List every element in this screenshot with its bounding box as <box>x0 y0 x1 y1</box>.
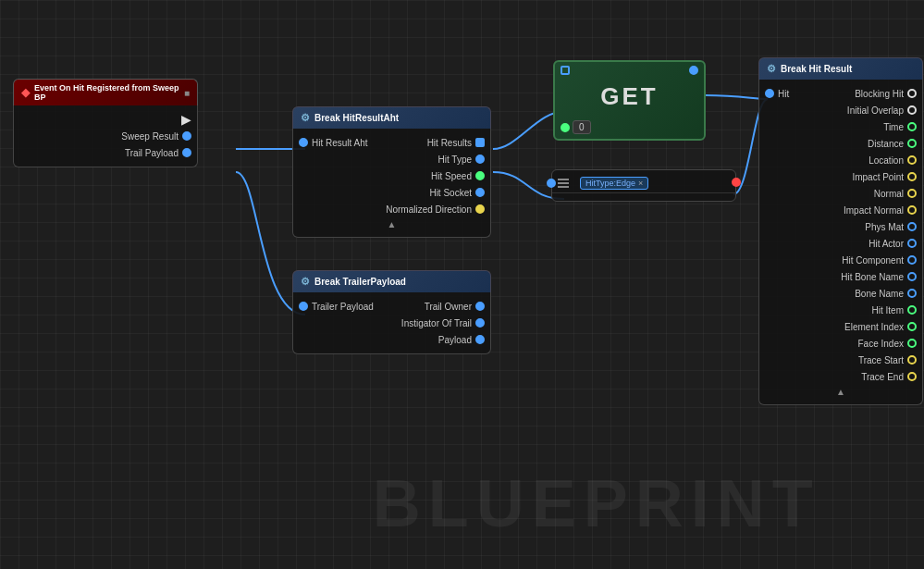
break-result-icon: ⚙ <box>767 63 776 75</box>
hit-results-pin[interactable] <box>475 138 485 147</box>
hit-type-pin[interactable] <box>475 155 485 164</box>
get-out-pin[interactable] <box>689 66 698 75</box>
hittype-tag-label: HitType:Edge <box>585 179 635 188</box>
break-hit-icon: ⚙ <box>301 112 310 124</box>
hittype-tag-chip[interactable]: HitType:Edge × <box>580 177 648 190</box>
hittype-out-pin[interactable] <box>732 178 741 187</box>
hit-in-label: Hit <box>778 89 789 99</box>
distance-label: Distance <box>868 139 904 149</box>
hit-socket-label: Hit Socket <box>429 188 472 198</box>
normal-pin[interactable] <box>907 189 917 198</box>
hit-result-aht-label: Hit Result Aht <box>312 138 368 148</box>
trace-end-pin[interactable] <box>907 372 917 381</box>
instigator-trail-label: Instigator Of Trail <box>401 318 472 328</box>
distance-pin[interactable] <box>907 139 917 148</box>
hit-bone-name-pin[interactable] <box>907 272 917 281</box>
hit-actor-pin[interactable] <box>907 239 917 248</box>
normal-label: Normal <box>874 189 904 199</box>
break-hit-title: Break HitResultAht <box>314 113 399 123</box>
node-event-on-hit[interactable]: ◆ Event On Hit Registered from Sweep BP … <box>13 79 198 167</box>
trailer-payload-label: Trailer Payload <box>312 302 374 312</box>
hittype-in-pin[interactable] <box>547 179 556 188</box>
face-index-label: Face Index <box>858 339 904 349</box>
blocking-hit-pin[interactable] <box>907 89 917 98</box>
location-label: Location <box>869 155 904 166</box>
event-node-title: Event On Hit Registered from Sweep BP <box>34 83 179 102</box>
blocking-hit-label: Blocking Hit <box>855 89 904 99</box>
impact-point-pin[interactable] <box>907 172 917 181</box>
event-close-icon[interactable]: ■ <box>184 88 190 98</box>
exec-out-icon: ▶ <box>181 112 191 127</box>
hit-speed-label: Hit Speed <box>431 171 472 181</box>
sweep-result-pin[interactable] <box>182 131 191 141</box>
trailer-payload-pin[interactable] <box>299 302 308 311</box>
trace-start-pin[interactable] <box>907 355 917 365</box>
hit-item-pin[interactable] <box>907 305 917 315</box>
phys-mat-pin[interactable] <box>907 222 917 231</box>
get-text: GET <box>600 82 658 111</box>
break-trailer-icon: ⚙ <box>301 276 310 288</box>
phys-mat-label: Phys Mat <box>865 222 904 232</box>
hittype-tag-x[interactable]: × <box>638 179 643 188</box>
hit-component-label: Hit Component <box>842 255 904 266</box>
impact-normal-label: Impact Normal <box>844 205 904 216</box>
trace-start-label: Trace Start <box>858 355 904 365</box>
hittype-menu-icon <box>558 179 569 188</box>
bone-name-pin[interactable] <box>907 289 917 298</box>
time-label: Time <box>883 122 904 132</box>
get-index-value[interactable]: 0 <box>573 120 591 134</box>
initial-overlap-pin[interactable] <box>907 105 917 115</box>
hit-item-label: Hit Item <box>872 305 904 315</box>
payload-label: Payload <box>438 335 472 345</box>
trail-payload-pin[interactable] <box>182 148 191 157</box>
payload-pin[interactable] <box>475 335 485 344</box>
break-result-collapse-icon[interactable]: ▲ <box>836 387 845 397</box>
instigator-trail-pin[interactable] <box>475 318 485 328</box>
hit-speed-pin[interactable] <box>475 171 485 180</box>
node-break-hit-result[interactable]: ⚙ Break Hit Result Hit Blocking Hit Init… <box>758 57 923 405</box>
node-break-trailer-payload[interactable]: ⚙ Break TrailerPayload Trailer Payload T… <box>292 270 491 354</box>
hit-results-label: Hit Results <box>427 138 472 148</box>
trace-end-label: Trace End <box>861 372 904 382</box>
normalized-direction-pin[interactable] <box>475 204 485 214</box>
hit-bone-name-label: Hit Bone Name <box>841 272 904 282</box>
initial-overlap-label: Initial Overlap <box>847 105 904 116</box>
face-index-pin[interactable] <box>907 339 917 348</box>
hit-result-aht-pin[interactable] <box>299 138 308 147</box>
impact-point-label: Impact Point <box>852 172 904 182</box>
node-get[interactable]: GET 0 <box>553 60 706 141</box>
get-index-pin[interactable] <box>561 123 570 132</box>
impact-normal-pin[interactable] <box>907 205 917 215</box>
collapse-icon[interactable]: ▲ <box>388 219 397 229</box>
location-pin[interactable] <box>907 155 917 165</box>
node-break-hit-result-aht[interactable]: ⚙ Break HitResultAht Hit Result Aht Hit … <box>292 106 491 238</box>
hit-in-pin[interactable] <box>765 89 774 98</box>
bone-name-label: Bone Name <box>855 289 904 299</box>
hit-type-label: Hit Type <box>438 155 473 165</box>
trail-payload-label: Trail Payload <box>125 148 179 158</box>
break-result-title: Break Hit Result <box>781 64 852 74</box>
get-array-pin[interactable] <box>561 66 570 75</box>
sweep-result-label: Sweep Result <box>121 131 179 142</box>
time-pin[interactable] <box>907 122 917 131</box>
hit-actor-label: Hit Actor <box>869 239 904 249</box>
node-hittype-comparison[interactable]: HitType:Edge × <box>551 169 736 202</box>
element-index-label: Element Index <box>844 322 904 332</box>
hit-socket-pin[interactable] <box>475 188 485 197</box>
trail-owner-pin[interactable] <box>475 302 485 311</box>
normalized-direction-label: Normalized Direction <box>386 204 472 215</box>
break-trailer-title: Break TrailerPayload <box>314 277 406 287</box>
event-icon: ◆ <box>21 86 30 99</box>
trail-owner-label: Trail Owner <box>425 302 472 312</box>
hit-component-pin[interactable] <box>907 255 917 265</box>
element-index-pin[interactable] <box>907 322 917 331</box>
